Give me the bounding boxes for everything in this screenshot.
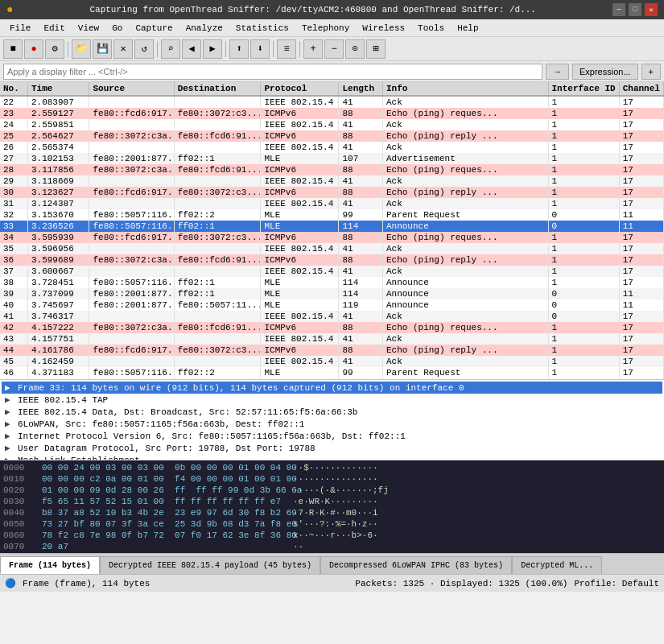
table-cell: fe80::2001:877... (89, 378, 174, 380)
header-channel[interactable]: Channel (619, 82, 663, 96)
close-file-btn[interactable]: ✕ (113, 39, 133, 59)
table-row[interactable]: 403.745697fe80::2001:877...fe80::5057:11… (0, 299, 664, 311)
table-row[interactable]: 313.124387IEEE 802.15.441Ack117 (0, 198, 664, 209)
table-row[interactable]: 273.102153fe80::2001:877...ff02::1MLE107… (0, 153, 664, 164)
table-cell: ICMPv6 (261, 164, 339, 175)
display-filter-input[interactable] (3, 64, 542, 80)
table-cell (174, 142, 261, 153)
bottom-tab-2[interactable]: Decompressed 6LoWPAN IPHC (83 bytes) (320, 556, 512, 574)
table-row[interactable]: 242.559851IEEE 802.15.441Ack117 (0, 119, 664, 130)
table-row[interactable]: 323.153670fe80::5057:116...ff02::2MLE99P… (0, 209, 664, 221)
table-cell: 3.737099 (27, 288, 89, 299)
menu-item-help[interactable]: Help (451, 22, 485, 35)
capture-options-btn[interactable]: ⚙ (45, 39, 64, 59)
menu-item-statistics[interactable]: Statistics (229, 22, 295, 35)
detail-row[interactable]: ▶Frame 33: 114 bytes on wire (912 bits),… (2, 382, 662, 394)
expand-icon[interactable]: ▶ (5, 407, 14, 417)
table-cell: 107 (339, 153, 383, 164)
zoom-out-btn[interactable]: − (324, 39, 344, 59)
menu-item-view[interactable]: View (72, 22, 105, 35)
detail-row[interactable]: ▶6LoWPAN, Src: fe80::5057:1165:f56a:663b… (2, 418, 662, 430)
menu-item-file[interactable]: File (3, 22, 37, 35)
table-row[interactable]: 424.157222fe80::3072:c3a...fe80::fcd6:91… (0, 322, 664, 333)
table-row[interactable]: 393.737099fe80::2001:877...ff02::1MLE114… (0, 288, 664, 299)
minimize-button[interactable]: ─ (612, 3, 625, 16)
zoom-reset-btn[interactable]: ⊙ (345, 39, 365, 59)
bottom-tab-3[interactable]: Decrypted ML... (512, 556, 602, 574)
table-row[interactable]: 363.599689fe80::3072:c3a...fe80::fcd6:91… (0, 254, 664, 266)
table-row[interactable]: 413.746317IEEE 802.15.441Ack017 (0, 311, 664, 322)
close-button[interactable]: ✕ (645, 3, 658, 16)
open-file-btn[interactable]: 📁 (72, 39, 91, 59)
header-interface[interactable]: Interface ID (548, 82, 619, 96)
header-destination[interactable]: Destination (174, 82, 261, 96)
menu-item-go[interactable]: Go (105, 22, 129, 35)
table-cell: IEEE 802.15.4 (261, 333, 339, 345)
menu-item-telephony[interactable]: Telephony (295, 22, 356, 35)
resize-cols-btn[interactable]: ⊞ (366, 39, 386, 59)
table-cell: Echo (ping) reques... (382, 108, 548, 119)
menu-item-edit[interactable]: Edit (37, 22, 71, 35)
expand-icon[interactable]: ▶ (5, 431, 14, 441)
restart-capture-btn[interactable]: ● (24, 39, 43, 59)
table-cell: MLE (261, 209, 339, 221)
table-row[interactable]: 464.371183fe80::5057:116...ff02::2MLE99P… (0, 367, 664, 378)
hex-bytes: b8 37 a8 52 10 b3 4b 2e 23 e9 97 6d 30 f… (42, 507, 283, 518)
table-row[interactable]: 383.728451fe80::5057:116...ff02::1MLE114… (0, 277, 664, 288)
header-no[interactable]: No. (0, 82, 27, 96)
detail-row[interactable]: ▶User Datagram Protocol, Src Port: 19788… (2, 442, 662, 454)
go-next-pkt[interactable]: ⬇ (250, 39, 270, 59)
table-row[interactable]: 222.083907IEEE 802.15.441Ack117 (0, 96, 664, 108)
reload-file-btn[interactable]: ↺ (134, 39, 154, 59)
header-protocol[interactable]: Protocol (261, 82, 339, 96)
table-row[interactable]: 454.162459IEEE 802.15.441Ack117 (0, 356, 664, 367)
bottom-tab-1[interactable]: Decrypted IEEE 802.15.4 payload (45 byte… (100, 556, 320, 574)
colorize-btn[interactable]: ≡ (277, 39, 296, 59)
header-length[interactable]: Length (339, 82, 383, 96)
expand-icon[interactable]: ▶ (5, 419, 14, 429)
menu-item-capture[interactable]: Capture (129, 22, 179, 35)
table-cell: ff02::2 (174, 209, 261, 221)
go-prev-pkt[interactable]: ⬆ (229, 39, 249, 59)
header-info[interactable]: Info (382, 82, 548, 96)
expand-icon[interactable]: ▶ (5, 455, 14, 460)
bottom-tab-0[interactable]: Frame (114 bytes) (0, 556, 100, 574)
table-cell: 1 (548, 175, 619, 187)
header-source[interactable]: Source (89, 82, 174, 96)
prev-result-btn[interactable]: ◀ (182, 39, 201, 59)
detail-row[interactable]: ▶IEEE 802.15.4 TAP (2, 394, 662, 406)
stop-capture-btn[interactable]: ■ (3, 39, 23, 59)
table-row[interactable]: 252.564627fe80::3072:c3a...fe80::fcd6:91… (0, 130, 664, 142)
table-row[interactable]: 434.157751IEEE 802.15.441Ack117 (0, 333, 664, 345)
table-row[interactable]: 303.123627fe80::fcd6:917...fe80::3072:c3… (0, 187, 664, 198)
detail-row[interactable]: ▶Internet Protocol Version 6, Src: fe80:… (2, 430, 662, 442)
table-row[interactable]: 262.565374IEEE 802.15.441Ack117 (0, 142, 664, 153)
menu-item-analyze[interactable]: Analyze (179, 22, 229, 35)
zoom-in-btn[interactable]: + (303, 39, 323, 59)
next-result-btn[interactable]: ▶ (203, 39, 222, 59)
table-row[interactable]: 283.117856fe80::3072:c3a...fe80::fcd6:91… (0, 164, 664, 175)
table-row[interactable]: 232.559127fe80::fcd6:917...fe80::3072:c3… (0, 108, 664, 119)
table-row[interactable]: 333.236526fe80::5057:116...ff02::1MLE114… (0, 221, 664, 232)
table-row[interactable]: 474.567477fe80::2001:877...fe80::5057:11… (0, 378, 664, 380)
table-row[interactable]: 373.600667IEEE 802.15.441Ack117 (0, 266, 664, 277)
menu-item-tools[interactable]: Tools (411, 22, 451, 35)
detail-row[interactable]: ▶Mesh Link Establishment (2, 454, 662, 460)
menu-item-wireless[interactable]: Wireless (356, 22, 411, 35)
expand-icon[interactable]: ▶ (5, 394, 14, 405)
table-cell (174, 266, 261, 277)
expand-icon[interactable]: ▶ (5, 443, 14, 453)
add-filter-button[interactable]: + (641, 64, 661, 80)
table-row[interactable]: 343.595939fe80::fcd6:917...fe80::3072:c3… (0, 232, 664, 243)
table-row[interactable]: 444.161786fe80::fcd6:917...fe80::3072:c3… (0, 345, 664, 356)
expand-icon[interactable]: ▶ (5, 382, 14, 393)
detail-row[interactable]: ▶IEEE 802.15.4 Data, Dst: Broadcast, Src… (2, 406, 662, 418)
maximize-button[interactable]: □ (629, 3, 641, 16)
apply-filter-button[interactable]: → (546, 64, 569, 80)
find-packet-btn[interactable]: ⌕ (161, 39, 180, 59)
table-row[interactable]: 293.118669IEEE 802.15.441Ack117 (0, 175, 664, 187)
save-file-btn[interactable]: 💾 (93, 39, 112, 59)
table-row[interactable]: 353.596956IEEE 802.15.441Ack117 (0, 243, 664, 254)
header-time[interactable]: Time (27, 82, 89, 96)
expression-button[interactable]: Expression... (572, 64, 638, 80)
